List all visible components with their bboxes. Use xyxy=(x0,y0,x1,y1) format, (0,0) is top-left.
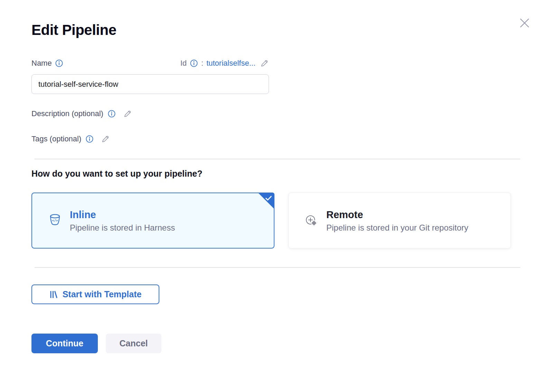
edit-pipeline-dialog: Edit Pipeline Name Id xyxy=(0,0,551,392)
description-row: Description (optional) xyxy=(31,108,520,119)
id-separator: : xyxy=(201,59,203,68)
start-with-template-label: Start with Template xyxy=(63,289,142,299)
selected-corner-badge xyxy=(258,193,274,209)
svg-text:</>: </> xyxy=(52,218,58,222)
start-with-template-button[interactable]: Start with Template xyxy=(31,284,159,304)
git-remote-icon xyxy=(305,213,318,228)
info-icon[interactable] xyxy=(55,59,63,67)
edit-description-pencil-icon[interactable] xyxy=(123,109,132,119)
name-label-group: Name xyxy=(31,59,63,68)
remote-option-title: Remote xyxy=(326,209,468,221)
id-label-group: Id xyxy=(180,59,198,68)
close-icon[interactable] xyxy=(519,17,530,28)
info-icon[interactable] xyxy=(108,110,116,118)
info-icon[interactable] xyxy=(85,135,94,143)
info-icon[interactable] xyxy=(190,59,198,67)
inline-option-title: Inline xyxy=(70,209,175,221)
check-icon xyxy=(265,195,272,201)
tags-row: Tags (optional) xyxy=(31,133,520,144)
description-label: Description (optional) xyxy=(31,109,103,118)
template-library-icon xyxy=(49,290,58,299)
page-title: Edit Pipeline xyxy=(31,22,520,38)
remote-option-subtitle: Pipeline is stored in your Git repositor… xyxy=(326,223,468,233)
dialog-actions: Continue Cancel xyxy=(31,334,520,353)
id-label: Id xyxy=(180,59,187,68)
pipeline-id-value[interactable]: tutorialselfse... xyxy=(206,59,255,68)
card-text: Remote Pipeline is stored in your Git re… xyxy=(326,209,468,233)
inline-option-card[interactable]: </> Inline Pipeline is stored in Harness xyxy=(31,193,274,249)
section-divider xyxy=(35,267,520,268)
cancel-button[interactable]: Cancel xyxy=(106,334,161,353)
remote-option-card[interactable]: Remote Pipeline is stored in your Git re… xyxy=(288,193,511,249)
name-id-row: Name Id : tu xyxy=(31,58,269,68)
section-divider xyxy=(35,159,520,159)
edit-id-pencil-icon[interactable] xyxy=(260,59,269,68)
name-label: Name xyxy=(31,59,52,68)
setup-heading: How do you want to set up your pipeline? xyxy=(31,168,520,179)
storage-option-cards: </> Inline Pipeline is stored in Harness xyxy=(31,193,520,249)
tags-label: Tags (optional) xyxy=(31,134,81,143)
edit-tags-pencil-icon[interactable] xyxy=(101,134,110,144)
pipeline-id-group: Id : tutorialselfse... xyxy=(180,59,269,68)
card-text: Inline Pipeline is stored in Harness xyxy=(70,209,175,233)
pipeline-name-input[interactable] xyxy=(31,74,269,94)
continue-button[interactable]: Continue xyxy=(31,334,98,353)
harness-store-icon: </> xyxy=(48,213,62,228)
inline-option-subtitle: Pipeline is stored in Harness xyxy=(70,223,175,233)
